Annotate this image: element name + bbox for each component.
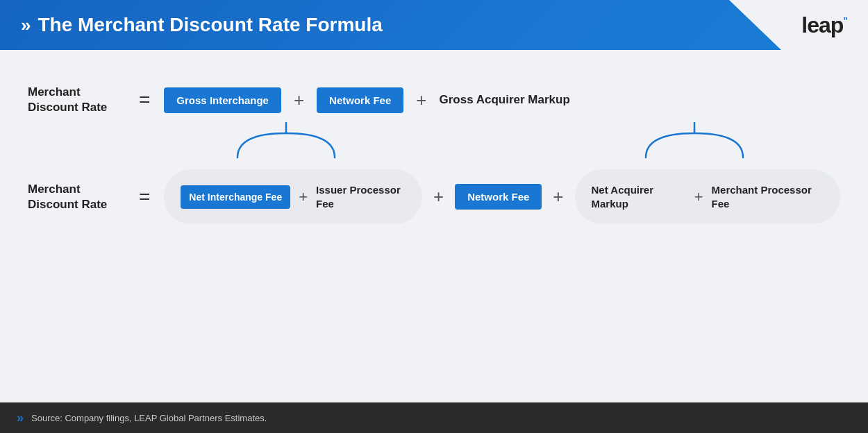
plus-group1: +	[290, 188, 316, 206]
page-title: The Merchant Discount Rate Formula	[37, 14, 382, 36]
gross-interchange-chip: Gross Interchange	[164, 87, 281, 113]
network-fee-chip-2: Network Fee	[455, 184, 542, 210]
left-brace-container	[210, 119, 362, 161]
header-chevron-icon: »	[21, 15, 28, 36]
right-brace-container	[618, 119, 771, 161]
plus-2: +	[403, 90, 439, 111]
merchant-processor-fee-text: Merchant Processor Fee	[712, 183, 824, 210]
plus-1: +	[281, 90, 317, 111]
left-brace-svg	[227, 119, 345, 161]
footer-source-text: Source: Company filings, LEAP Global Par…	[31, 413, 267, 423]
plus-group2: +	[686, 188, 712, 206]
equals-1: =	[125, 89, 164, 111]
formula-label-1: Merchant Discount Rate	[28, 85, 125, 115]
net-interchange-fee-chip: Net Interchange Fee	[181, 185, 290, 209]
equals-2: =	[125, 186, 164, 208]
footer: » Source: Company filings, LEAP Global P…	[0, 402, 868, 433]
group-box-2: Net Acquirer Markup + Merchant Processor…	[575, 169, 840, 224]
gross-acquirer-markup-text: Gross Acquirer Markup	[439, 93, 569, 107]
formula-label-2: Merchant Discount Rate	[28, 182, 125, 212]
header-background: » The Merchant Discount Rate Formula	[0, 0, 868, 50]
formula-row-2: Merchant Discount Rate = Net Interchange…	[28, 169, 840, 224]
group-box-1: Net Interchange Fee + Issuer Processor F…	[164, 169, 422, 224]
net-acquirer-markup-text: Net Acquirer Markup	[592, 183, 686, 210]
logo: leap"	[801, 12, 847, 37]
header-title-area: » The Merchant Discount Rate Formula	[21, 14, 383, 36]
brace-row	[28, 119, 840, 169]
plus-right: +	[542, 186, 574, 207]
formula-row-1: Merchant Discount Rate = Gross Interchan…	[28, 85, 840, 115]
network-fee-chip-1: Network Fee	[317, 87, 403, 113]
footer-chevron-icon: »	[17, 411, 22, 425]
logo-area: leap"	[801, 12, 847, 38]
issuer-processor-fee-text: Issuer Processor Fee	[316, 183, 406, 210]
right-brace-svg	[635, 119, 753, 161]
header: » The Merchant Discount Rate Formula lea…	[0, 0, 868, 50]
main-content: Merchant Discount Rate = Gross Interchan…	[0, 50, 868, 231]
plus-middle: +	[422, 186, 455, 207]
